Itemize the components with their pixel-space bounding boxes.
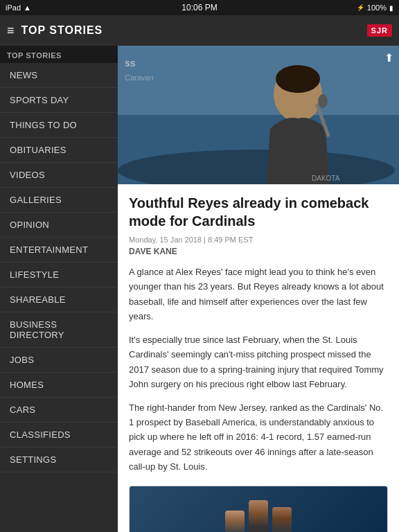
sidebar-nav: TOP STORIES NEWS SPORTS DAY THINGS TO DO… (0, 46, 118, 532)
promo-image (130, 486, 387, 532)
status-bar: iPad ▲ 10:06 PM ⚡ 100% ▮ (0, 0, 399, 15)
svg-point-2 (118, 150, 395, 184)
carrier-label: iPad (6, 3, 21, 12)
sidebar-item-settings[interactable]: SETTINGS (0, 447, 118, 472)
sidebar-item-galleries[interactable]: GALLERIES (0, 188, 118, 213)
sidebar-item-jobs[interactable]: JOBS (0, 348, 118, 373)
header-title: TOP STORIES (21, 24, 367, 37)
svg-point-4 (276, 65, 320, 93)
promo-person-2 (249, 500, 268, 532)
content-area: ss Caravan DAKOTA ⬆ Youthful Reyes alrea… (118, 46, 399, 532)
article-view[interactable]: ss Caravan DAKOTA ⬆ Youthful Reyes alrea… (118, 46, 399, 532)
battery-label: 100% (367, 3, 387, 12)
promo-person-1 (225, 511, 245, 532)
svg-text:ss: ss (125, 57, 136, 69)
article-date: Monday, 15 Jan 2018 | 8:49 PM EST (129, 236, 388, 244)
advertisement-box[interactable]: Venetia, PA: This Brilliant Company Is D… (129, 486, 388, 532)
article-paragraph-3: The right-hander from New Jersey, ranked… (129, 400, 388, 475)
svg-rect-5 (315, 103, 330, 137)
time-display: 10:06 PM (181, 3, 217, 12)
article-paragraph-2: It's especially true since last February… (129, 332, 388, 392)
sidebar-item-cars[interactable]: CARS (0, 398, 118, 423)
svg-rect-0 (118, 46, 399, 184)
svg-point-6 (318, 94, 328, 108)
svg-text:Caravan: Caravan (125, 73, 154, 82)
sidebar-section-header: TOP STORIES (0, 46, 118, 63)
article-title: Youthful Reyes already in comeback mode … (129, 194, 388, 230)
app-header: ≡ TOP STORIES SJR (0, 15, 399, 46)
sidebar-item-opinion[interactable]: OPINION (0, 213, 118, 238)
promo-person-3 (272, 507, 292, 532)
article-body: Youthful Reyes already in comeback mode … (118, 184, 399, 532)
sidebar-item-videos[interactable]: VIDEOS (0, 163, 118, 188)
article-hero-image: ss Caravan DAKOTA ⬆ (118, 46, 399, 184)
article-author: DAVE KANE (129, 247, 388, 256)
sidebar-item-shareable[interactable]: SHAREABLE (0, 287, 118, 312)
sidebar-item-classifieds[interactable]: CLASSIFIEDS (0, 423, 118, 447)
hero-share-button[interactable]: ⬆ (384, 51, 393, 64)
sidebar-item-lifestyle[interactable]: LIFESTYLE (0, 263, 118, 287)
brand-logo: SJR (367, 24, 392, 37)
menu-icon[interactable]: ≡ (7, 24, 15, 38)
promo-people-graphic (225, 486, 292, 532)
svg-point-3 (274, 66, 322, 122)
main-layout: TOP STORIES NEWS SPORTS DAY THINGS TO DO… (0, 46, 399, 532)
svg-text:DAKOTA: DAKOTA (312, 175, 340, 182)
sidebar-item-business-directory[interactable]: BUSINESS DIRECTORY (0, 312, 118, 348)
bluetooth-icon: ⚡ (357, 4, 364, 11)
article-paragraph-1: A glance at Alex Reyes' face might lead … (129, 265, 388, 324)
sidebar-item-news[interactable]: NEWS (0, 63, 118, 88)
sidebar-item-things-to-do[interactable]: THINGS TO DO (0, 113, 118, 138)
sidebar-item-homes[interactable]: HOMES (0, 373, 118, 398)
sidebar-item-obituaries[interactable]: OBITUARIES (0, 138, 118, 163)
sidebar-item-entertainment[interactable]: ENTERTAINMENT (0, 238, 118, 263)
svg-rect-1 (118, 115, 399, 184)
sidebar-item-sports-day[interactable]: SPORTS DAY (0, 88, 118, 113)
battery-icon: ▮ (389, 4, 393, 12)
wifi-icon: ▲ (24, 3, 31, 12)
